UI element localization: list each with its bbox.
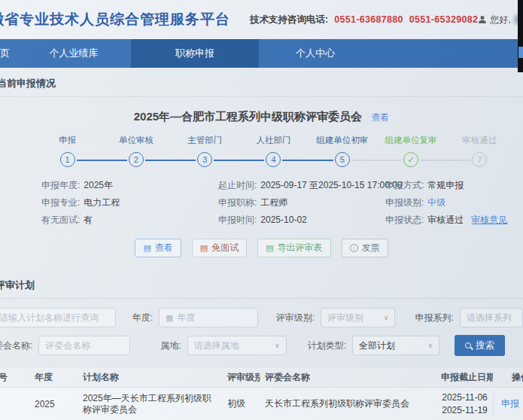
action-buttons: ▤ 查看 ▤ 免面试 ▤ 导出评审表 ↓ 发票 xyxy=(0,239,523,257)
plan-name-search-input[interactable] xyxy=(0,312,109,323)
view-button[interactable]: ▤ 查看 xyxy=(135,239,181,257)
review-opinion-link[interactable]: 审核意见 xyxy=(471,215,507,225)
plan-name-search-input-box[interactable] xyxy=(0,308,116,327)
committee-title-row: 2025年—合肥市工程系列中级职称评审委员会 查看 xyxy=(0,110,523,124)
detail-method: 申报方式:常规申报 xyxy=(385,179,523,191)
header-year: 年度 xyxy=(30,371,78,384)
document-view-icon: ▤ xyxy=(143,244,151,252)
step-org-second-review: 组建单位复审 ✓ xyxy=(376,135,445,167)
header-review-level: 评审级别 xyxy=(223,371,260,384)
header-plan-name: 计划名称 xyxy=(78,372,223,383)
header-deadline: 申报截止日期 xyxy=(436,371,494,384)
year-filter-label: 年度: xyxy=(132,312,153,324)
committee-name-input[interactable] xyxy=(45,340,123,351)
apply-link[interactable]: 申报 xyxy=(501,398,519,409)
step-department: 主管部门 3 xyxy=(171,135,239,167)
detail-period: 起止时间:2025-09-17 至2025-10-15 17:00:00 xyxy=(218,179,385,191)
review-plan-section-title: 评审计划 xyxy=(0,278,523,292)
cell-deadline: 2025-11-06 2025-11-19 xyxy=(436,391,494,417)
table-header-row: 序号 年度 计划名称 评审级别 评委会名称 申报截止日期 操作 xyxy=(0,367,523,388)
plan-type-filter-label: 计划类型: xyxy=(308,339,346,352)
chevron-down-icon: ∨ xyxy=(427,342,433,349)
step-unit-review: 单位审核 2 xyxy=(102,135,170,167)
site-title: 徽省专业技术人员综合管理服务平台 xyxy=(0,10,230,29)
export-table-icon: ▤ xyxy=(266,244,273,252)
application-progress-stepper: 申报 1 单位审核 2 主管部门 3 人社部门 4 组建单位初审 5 组建单位复… xyxy=(33,135,514,167)
divider xyxy=(0,298,523,299)
cell-year: 2025 xyxy=(30,399,78,409)
detail-status: 申报状态:审核通过审核意见 xyxy=(385,214,523,226)
view-committee-link[interactable]: 查看 xyxy=(371,112,389,123)
detail-major: 申报专业:电力工程 xyxy=(41,196,218,208)
cell-committee: 天长市工程系列初级职称评审委员会 xyxy=(260,398,436,409)
committee-name-filter-label: 委会名称: xyxy=(0,339,32,352)
search-icon xyxy=(465,342,471,348)
screen-edge-strip xyxy=(518,0,523,72)
plan-type-select[interactable]: 全部计划 ∨ xyxy=(352,336,439,355)
cell-level: 初级 xyxy=(223,397,260,410)
chevron-down-icon: ∨ xyxy=(384,314,389,321)
nav-item-title-application[interactable]: 职称申报 xyxy=(131,39,259,68)
nav-item-home[interactable]: 页 xyxy=(0,39,17,68)
table-row: 2025 2025年—天长市工程系列初级职称评审委员会 初级 天长市工程系列初级… xyxy=(0,388,523,420)
main-nav: 页 个人业绩库 职称申报 个人中心 xyxy=(0,39,523,68)
document-icon: ▤ xyxy=(200,244,208,252)
download-circle-icon: ↓ xyxy=(350,244,358,252)
export-review-form-button[interactable]: ▤ 导出评审表 xyxy=(257,239,330,257)
support-phone-numbers: 0551-636878800551-65329082 xyxy=(334,14,478,25)
greeting-text: 您好, xyxy=(490,14,510,26)
nav-item-personal-center[interactable]: 个人中心 xyxy=(259,39,372,68)
region-filter-label: 属地: xyxy=(160,339,181,352)
step-hr-bureau: 人社部门 4 xyxy=(239,135,308,167)
step-approved: 审核通过 7 xyxy=(445,135,514,167)
header-seq: 序号 xyxy=(0,371,30,384)
no-interview-button[interactable]: ▤ 免面试 xyxy=(192,239,247,257)
series-select[interactable]: 请选择系列 xyxy=(460,308,523,327)
current-application-section-title: 当前申报情况 xyxy=(0,77,523,90)
divider xyxy=(0,96,523,97)
cell-plan-name: 2025年—天长市工程系列初级职称评审委员会 xyxy=(78,393,223,415)
detail-level: 申报级别:中级 xyxy=(385,196,523,208)
year-picker[interactable]: ▦ 年度 xyxy=(159,308,258,327)
invoice-button[interactable]: ↓ 发票 xyxy=(342,239,388,257)
user-icon xyxy=(478,15,487,24)
screen-edge-notch xyxy=(518,47,523,58)
review-level-filter-label: 评审级别: xyxy=(276,312,315,324)
filter-row-2: 委会名称: 属地: 请选择属地 ∨ 计划类型: 全部计划 ∨ 搜索 xyxy=(0,335,523,356)
header-committee-name: 评委会名称 xyxy=(260,372,436,383)
calendar-icon: ▦ xyxy=(166,313,173,323)
detail-interview: 有无面试:有 xyxy=(41,214,218,226)
review-plan-table: 序号 年度 计划名称 评审级别 评委会名称 申报截止日期 操作 2025 202… xyxy=(0,367,523,420)
region-select[interactable]: 请选择属地 ∨ xyxy=(187,336,287,355)
top-header: 徽省专业技术人员综合管理服务平台 技术支持咨询电话: 0551-63687880… xyxy=(0,0,523,39)
step-org-first-review: 组建单位初审 5 xyxy=(308,135,376,167)
chevron-down-icon: ∨ xyxy=(275,342,280,349)
detail-apply-time: 申报时间:2025-10-02 xyxy=(218,214,385,226)
committee-title: 2025年—合肥市工程系列中级职称评审委员会 xyxy=(134,110,362,123)
support-phone-label: 技术支持咨询电话: xyxy=(250,14,328,26)
detail-year: 申报年度:2025年 xyxy=(41,179,218,191)
user-area[interactable]: 您好, xyxy=(478,14,523,26)
header-action: 操作 xyxy=(494,371,523,384)
step-apply: 申报 1 xyxy=(33,135,102,167)
filter-row-1: 年度: ▦ 年度 评审级别: 评审级别 ∨ 申报系列: 请选择系列 xyxy=(0,308,523,327)
committee-name-input-box[interactable] xyxy=(38,336,130,355)
detail-title: 申报职称:工程师 xyxy=(218,196,385,208)
series-filter-label: 申报系列: xyxy=(415,312,453,324)
search-button[interactable]: 搜索 xyxy=(455,335,505,356)
review-level-select[interactable]: 评审级别 ∨ xyxy=(321,308,395,327)
application-details: 申报年度:2025年 申报专业:电力工程 有无面试:有 起止时间:2025-09… xyxy=(41,179,523,226)
nav-item-performance-library[interactable]: 个人业绩库 xyxy=(17,39,131,68)
